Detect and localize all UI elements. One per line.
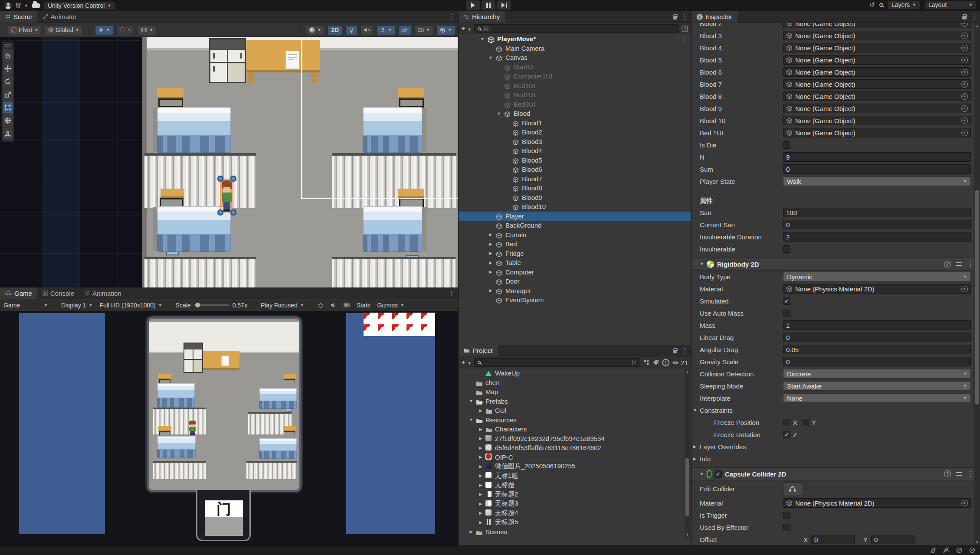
step-button[interactable] [497,0,511,10]
object-field[interactable]: None (Physics Material 2D) [783,498,971,508]
foldout-arrow-icon[interactable]: ▶ [479,464,483,469]
object-picker-icon[interactable] [961,500,968,506]
project-row[interactable]: ▼Resources [459,415,691,425]
object-field[interactable]: None (Game Object) [783,116,971,125]
camera-settings-dropdown[interactable]: ▼ [414,25,433,35]
object-picker-icon[interactable] [961,286,968,292]
object-picker-icon[interactable] [961,81,968,88]
project-row[interactable]: ▶无标题3 [459,499,691,509]
foldout-arrow-icon[interactable]: ▶ [479,427,483,431]
foldout-arrow-icon[interactable]: ▶ [488,232,493,237]
project-row[interactable]: ▶无标题5 [459,518,691,527]
project-row[interactable]: ▶无标题 [459,480,691,490]
object-picker-icon[interactable] [961,45,968,51]
presets-icon[interactable] [956,471,962,477]
tab-scene[interactable]: Scene [0,11,37,23]
gizmo-handle[interactable] [230,209,236,215]
inspector-menu-icon[interactable]: ⋮ [971,13,977,21]
hierarchy-row[interactable]: Blood1 [459,118,691,128]
value-field[interactable]: 0 [783,220,971,229]
project-row[interactable]: ▶Scenes [459,527,691,537]
hierarchy-row[interactable]: ▶Manager [459,286,691,296]
foldout-arrow-icon[interactable]: ▶ [469,529,473,534]
account-avatar-icon[interactable] [4,2,12,9]
hierarchy-row[interactable]: Blood2 [459,127,691,137]
game-menu-icon[interactable]: ⋮ [449,290,455,297]
tab-project[interactable]: Project [459,345,498,356]
rotate-tool[interactable] [3,75,13,88]
foldout-arrow-icon[interactable]: ▼ [497,111,501,116]
foldout-arrow-icon[interactable]: ▶ [479,436,483,441]
scene-menu-icon[interactable]: ⋮ [449,13,455,21]
axis-checkbox[interactable] [783,419,790,426]
value-field[interactable]: 0.05 [783,345,971,354]
dropdown-field[interactable]: Discrete▼ [783,369,971,379]
object-picker-icon[interactable] [961,93,968,100]
hierarchy-row[interactable]: Bed2UI [459,90,691,100]
layers-dropdown[interactable]: Layers▼ [888,0,920,9]
dropdown-field[interactable]: Start Awake▼ [783,381,971,391]
effects-dropdown[interactable]: ▼ [377,25,395,35]
scene-viewport[interactable] [0,37,458,287]
cloud-icon[interactable] [32,3,40,8]
game-target-dropdown[interactable]: Game▼ [0,302,51,309]
edit-collider-button[interactable] [783,482,802,495]
object-picker-icon[interactable] [961,69,968,75]
snap-increment-toggle[interactable]: ▼ [116,25,134,35]
transform-tool[interactable] [3,114,13,127]
hierarchy-row[interactable]: ▶Bed [459,239,691,249]
inspector-scrollbar[interactable]: ▲ ▼ [974,23,980,545]
view-hand-tool[interactable] [3,49,13,62]
help-icon[interactable]: ? [944,261,951,268]
foldout-arrow-icon[interactable]: ▶ [479,446,483,450]
player-selection-outline[interactable] [220,179,233,212]
gizmo-handle[interactable] [230,176,236,182]
project-search-input[interactable] [483,359,629,366]
resolution-dropdown[interactable]: Full HD (1920x1080)▼ [96,302,166,309]
hierarchy-row[interactable]: Blood8 [459,183,691,193]
axis-checkbox[interactable] [802,419,809,426]
object-picker-icon[interactable] [961,23,968,27]
vector-y-field[interactable]: 0 [871,535,914,544]
foldout-arrow-icon[interactable]: ▶ [693,444,696,449]
hierarchy-row[interactable]: Blood9 [459,193,691,202]
project-scrollbar[interactable]: ▲ ▼ [685,369,690,538]
hierarchy-row[interactable]: Bed3UI [459,100,691,109]
hierarchy-row[interactable]: Computer1UI [459,72,691,81]
global-dropdown[interactable]: Global▼ [45,25,82,35]
2d-toggle[interactable]: 2D [328,25,342,35]
project-row[interactable]: ▶OIP-C [459,453,691,462]
foldout-arrow-icon[interactable]: ▶ [488,261,493,265]
object-picker-icon[interactable] [961,57,968,63]
object-field[interactable]: None (Game Object) [783,23,971,28]
object-field[interactable]: None (Game Object) [783,104,971,113]
gizmo-handle[interactable] [217,209,223,215]
project-search[interactable] [474,358,641,367]
object-picker-icon[interactable] [961,118,968,124]
foldout-arrow-icon[interactable]: ▶ [479,511,483,515]
hierarchy-row[interactable]: BackGround [459,221,691,230]
hierarchy-row[interactable]: ▶Computer [459,268,691,277]
custom-tool[interactable] [3,127,13,140]
checkbox[interactable] [783,524,790,531]
project-menu-icon[interactable]: ⋮ [682,347,688,355]
foldout-arrow-icon[interactable]: ▶ [479,483,483,487]
object-picker-icon[interactable] [961,130,968,136]
hierarchy-row[interactable]: Blood4 [459,146,691,156]
overlay-grip[interactable] [4,44,11,47]
foldout-arrow-icon[interactable]: ▶ [488,251,493,255]
label-icon[interactable] [652,359,659,366]
scale-tool[interactable] [3,88,13,101]
hierarchy-row[interactable]: ▼Blood [459,109,691,118]
gizmos-gyro-dropdown[interactable]: ▼ [436,25,455,35]
object-picker-icon[interactable] [961,33,968,39]
grid-snap-toggle[interactable]: ▼ [95,25,113,35]
project-row[interactable]: chen [459,378,691,388]
foldout-arrow-icon[interactable]: ▶ [479,492,483,496]
move-tool[interactable] [3,62,13,75]
value-field[interactable]: 100 [783,208,971,217]
project-row[interactable]: Map [459,387,691,397]
component-menu-icon[interactable]: ⋮ [967,470,974,478]
value-field[interactable]: 2 [783,232,971,242]
lock-icon[interactable] [962,16,967,20]
